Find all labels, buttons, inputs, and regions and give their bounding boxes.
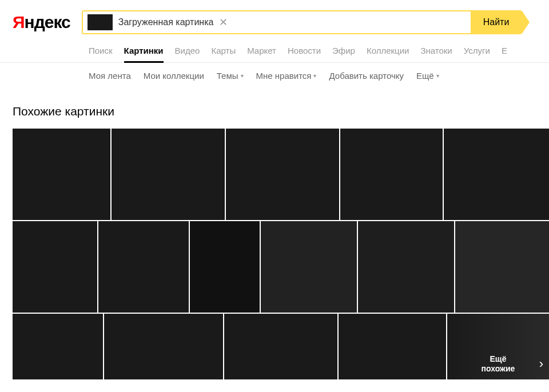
search-button[interactable]: Найти: [471, 10, 522, 34]
search-bar: Загруженная картинка ✕ Найти: [82, 10, 522, 34]
more-similar-label: Ещёпохожие: [482, 354, 515, 379]
subnav-topics-label: Темы: [217, 71, 238, 81]
image-tile[interactable]: [112, 129, 225, 220]
image-tile[interactable]: [358, 221, 454, 313]
subnav-more-label: Ещё: [416, 71, 434, 81]
logo[interactable]: Яндекс: [13, 13, 70, 32]
image-tile[interactable]: [261, 221, 357, 313]
clear-icon[interactable]: ✕: [219, 17, 228, 27]
tab-more-cut[interactable]: Е: [502, 46, 507, 57]
image-tile[interactable]: [339, 314, 446, 379]
uploaded-image-thumbnail[interactable]: [87, 14, 113, 30]
image-tile[interactable]: [224, 314, 337, 379]
subnav-add-card[interactable]: Добавить карточку: [329, 71, 403, 81]
header: Яндекс Загруженная картинка ✕ Найти: [0, 0, 549, 41]
grid-row: [13, 221, 549, 313]
chevron-right-icon: ›: [539, 357, 543, 371]
image-tile[interactable]: [444, 129, 549, 220]
logo-rest: ндекс: [25, 13, 70, 32]
tab-search[interactable]: Поиск: [89, 46, 113, 57]
search-button-label: Найти: [483, 17, 510, 27]
image-tile[interactable]: [340, 129, 442, 220]
image-tile[interactable]: [190, 221, 260, 313]
subnav-more[interactable]: Ещё ▾: [416, 71, 439, 81]
section-title: Похожие картинки: [0, 89, 549, 129]
similar-images-grid: Ещёпохожие ›: [0, 129, 549, 379]
image-tile[interactable]: [98, 221, 189, 313]
images-subnav: Моя лента Мои коллекции Темы ▾ Мне нрави…: [0, 63, 549, 89]
chevron-down-icon: ▾: [436, 73, 439, 79]
tab-images[interactable]: Картинки: [124, 46, 164, 63]
tab-collections[interactable]: Коллекции: [367, 46, 409, 57]
tab-ether[interactable]: Эфир: [332, 46, 355, 57]
image-tile[interactable]: [455, 221, 549, 313]
image-tile[interactable]: [13, 221, 97, 313]
subnav-my-collections[interactable]: Мои коллекции: [144, 71, 204, 81]
tab-market[interactable]: Маркет: [247, 46, 276, 57]
image-tile[interactable]: [104, 314, 223, 379]
image-tile[interactable]: [13, 129, 110, 220]
tab-znatoki[interactable]: Знатоки: [420, 46, 452, 57]
image-tile[interactable]: [226, 129, 339, 220]
chevron-down-icon: ▾: [241, 73, 244, 79]
service-tabs: Поиск Картинки Видео Карты Маркет Новост…: [0, 41, 549, 63]
more-similar-button[interactable]: Ещёпохожие ›: [447, 314, 549, 379]
uploaded-image-label: Загруженная картинка: [118, 17, 214, 27]
grid-row: Ещёпохожие ›: [13, 314, 549, 379]
subnav-my-feed[interactable]: Моя лента: [89, 71, 131, 81]
subnav-likes[interactable]: Мне нравится ▾: [256, 71, 317, 81]
chevron-down-icon: ▾: [313, 73, 316, 79]
tab-maps[interactable]: Карты: [211, 46, 236, 57]
search-input-container[interactable]: Загруженная картинка ✕: [82, 10, 471, 34]
logo-accent: Я: [13, 13, 25, 32]
tab-video[interactable]: Видео: [175, 46, 200, 57]
search-button-arrow: [522, 10, 530, 34]
image-tile[interactable]: [13, 314, 103, 379]
subnav-likes-label: Мне нравится: [256, 71, 312, 81]
grid-row: [13, 129, 549, 220]
tab-services[interactable]: Услуги: [464, 46, 490, 57]
subnav-topics[interactable]: Темы ▾: [217, 71, 244, 81]
tab-news[interactable]: Новости: [288, 46, 321, 57]
